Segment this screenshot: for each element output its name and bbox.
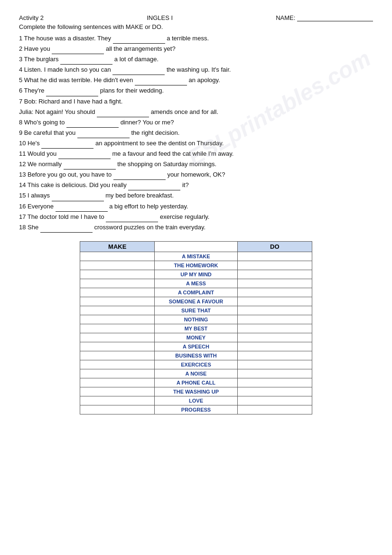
sentence-7b: Julia: Not again! You should amends once… xyxy=(19,107,373,117)
make-cell-10 xyxy=(80,342,155,351)
blank-14 xyxy=(128,184,180,190)
table-row: MONEY xyxy=(80,333,312,342)
make-cell-15 xyxy=(80,387,155,396)
make-header: MAKE xyxy=(80,241,155,252)
phrase-cell-11: BUSINESS WITH xyxy=(155,351,237,360)
table-row: MY BEST xyxy=(80,324,312,333)
make-cell-3 xyxy=(80,279,155,288)
table-row: A MESS xyxy=(80,279,312,288)
make-cell-1 xyxy=(80,261,155,270)
make-cell-6 xyxy=(80,306,155,315)
do-cell-0 xyxy=(237,252,312,261)
do-cell-12 xyxy=(237,360,312,369)
blank-2 xyxy=(52,47,104,54)
blank-11 xyxy=(58,152,111,159)
table-row: PROGRESS xyxy=(80,405,312,414)
phrase-cell-15: THE WASHING UP xyxy=(155,387,237,396)
do-header: DO xyxy=(237,241,312,252)
table-row: BUSINESS WITH xyxy=(80,351,312,360)
sentence-17: 17 The doctor told me I have to exercise… xyxy=(19,212,373,222)
do-cell-8 xyxy=(237,324,312,333)
make-cell-16 xyxy=(80,396,155,405)
do-cell-5 xyxy=(237,297,312,306)
make-cell-9 xyxy=(80,333,155,342)
header: Activity 2 INGLES I NAME: xyxy=(19,14,373,21)
phrase-cell-12: EXERCICES xyxy=(155,360,237,369)
make-cell-2 xyxy=(80,270,155,279)
name-blank xyxy=(297,15,373,21)
do-cell-14 xyxy=(237,378,312,387)
phrase-cell-6: SURE THAT xyxy=(155,306,237,315)
phrase-cell-17: PROGRESS xyxy=(155,405,237,414)
activity-label: Activity 2 xyxy=(19,14,44,21)
do-cell-2 xyxy=(237,270,312,279)
sentence-10: 10 He's an appointment to see the dentis… xyxy=(19,138,373,149)
sentence-15: 15 I always my bed before breakfast. xyxy=(19,190,373,201)
make-cell-14 xyxy=(80,378,155,387)
table-row: THE HOMEWORK xyxy=(80,261,312,270)
blank-10 xyxy=(41,142,93,149)
phrase-cell-9: MONEY xyxy=(155,333,237,342)
sentence-9: 9 Be careful that you the right decision… xyxy=(19,128,373,138)
table-row: A PHONE CALL xyxy=(80,378,312,387)
sentence-18: 18 She crossword puzzles on the train ev… xyxy=(19,222,373,233)
do-cell-10 xyxy=(237,342,312,351)
make-do-table: MAKE DO A MISTAKE THE HOMEWORK UP MY MIN… xyxy=(80,241,312,414)
blank-6 xyxy=(46,90,98,96)
table-row: UP MY MIND xyxy=(80,270,312,279)
blank-8 xyxy=(66,121,119,128)
phrase-cell-0: A MISTAKE xyxy=(155,252,237,261)
phrase-cell-2: UP MY MIND xyxy=(155,270,237,279)
sentences-section: 1 The house was a disaster. They a terri… xyxy=(19,33,373,233)
do-cell-4 xyxy=(237,288,312,297)
sentence-6: 6 They're plans for their wedding. xyxy=(19,85,373,96)
make-cell-11 xyxy=(80,351,155,360)
do-cell-17 xyxy=(237,405,312,414)
blank-7 xyxy=(97,111,149,117)
name-label: NAME: xyxy=(276,14,373,21)
table-row: A SPEECH xyxy=(80,342,312,351)
phrase-cell-3: A MESS xyxy=(155,279,237,288)
phrase-cell-13: A NOISE xyxy=(155,369,237,378)
do-cell-16 xyxy=(237,396,312,405)
do-cell-1 xyxy=(237,261,312,270)
blank-13 xyxy=(113,173,166,180)
sentence-1: 1 The house was a disaster. They a terri… xyxy=(19,33,373,44)
do-cell-11 xyxy=(237,351,312,360)
do-cell-3 xyxy=(237,279,312,288)
table-row: LOVE xyxy=(80,396,312,405)
phrase-cell-5: SOMEONE A FAVOUR xyxy=(155,297,237,306)
do-cell-9 xyxy=(237,333,312,342)
blank-3 xyxy=(60,58,112,65)
sentence-4: 4 Listen. I made lunch so you can the wa… xyxy=(19,65,373,75)
instruction: Complete the following sentences with MA… xyxy=(19,23,373,30)
blank-18 xyxy=(40,226,93,233)
sentence-7a: 7 Bob: Richard and I have had a fight. xyxy=(19,96,373,107)
blank-5 xyxy=(135,79,187,85)
blank-4 xyxy=(112,68,165,75)
do-cell-15 xyxy=(237,387,312,396)
table-row: A MISTAKE xyxy=(80,252,312,261)
sentence-3: 3 The burglars a lot of damage. xyxy=(19,54,373,65)
phrase-cell-7: NOTHING xyxy=(155,315,237,324)
table-row: THE WASHING UP xyxy=(80,387,312,396)
make-cell-13 xyxy=(80,369,155,378)
sentence-11: 11 Would you me a favour and feed the ca… xyxy=(19,149,373,159)
sentence-2: 2 Have you all the arrangements yet? xyxy=(19,44,373,54)
blank-16 xyxy=(56,205,108,212)
table-row: A NOISE xyxy=(80,369,312,378)
phrase-header xyxy=(155,241,237,252)
table-row: SOMEONE A FAVOUR xyxy=(80,297,312,306)
phrase-cell-4: A COMPLAINT xyxy=(155,288,237,297)
phrase-cell-10: A SPEECH xyxy=(155,342,237,351)
make-cell-8 xyxy=(80,324,155,333)
sentence-5: 5 What he did was terrible. He didn't ev… xyxy=(19,75,373,85)
blank-1 xyxy=(113,37,165,44)
subject-label: INGLES I xyxy=(147,14,173,21)
do-cell-13 xyxy=(237,369,312,378)
sentence-14: 14 This cake is delicious. Did you reall… xyxy=(19,180,373,190)
blank-9 xyxy=(77,132,130,138)
blank-12 xyxy=(64,163,116,169)
phrase-cell-1: THE HOMEWORK xyxy=(155,261,237,270)
do-cell-7 xyxy=(237,315,312,324)
